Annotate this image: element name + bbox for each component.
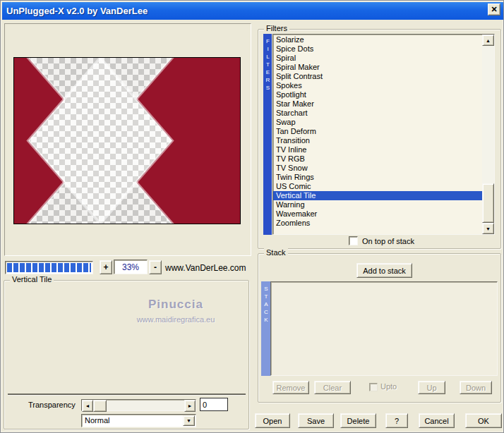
combobox-dropdown-button[interactable]: ▼ — [183, 415, 195, 426]
arrow-down-icon: ▼ — [486, 226, 491, 231]
remove-button[interactable]: Remove — [272, 381, 309, 394]
plugin-dialog-window: UnPlugged-X v2.0 by VanDerLee ✕ — [0, 0, 504, 433]
stack-group-label: Stack — [264, 248, 288, 257]
filters-scrollbar[interactable]: ▲ ▼ — [482, 35, 494, 234]
filter-list-item[interactable]: Transition — [273, 136, 482, 145]
close-button[interactable]: ✕ — [488, 4, 500, 16]
divider-line — [8, 394, 246, 395]
parameters-group: Vertical Tile Pinuccia www.maidiregrafic… — [4, 280, 249, 429]
filter-list-item[interactable]: Split Contrast — [273, 72, 482, 81]
arrow-up-icon: ▲ — [486, 38, 491, 43]
filter-list-item[interactable]: Twin Rings — [273, 173, 482, 182]
filter-list-item[interactable]: TV Snow — [273, 164, 482, 173]
minus-icon: - — [154, 262, 157, 272]
stack-sidebar-label: STACK — [262, 286, 270, 324]
down-label: Down — [466, 384, 486, 392]
ok-button[interactable]: OK — [465, 413, 502, 428]
stack-listbox[interactable] — [270, 281, 498, 376]
vendor-website-text: www.VanDerLee.com — [165, 263, 246, 273]
slider-left-arrow-button[interactable]: ◄ — [82, 400, 93, 412]
filter-list-item[interactable]: Tan Deform — [273, 127, 482, 136]
filter-list-item[interactable]: TV RGB — [273, 154, 482, 164]
open-label: Open — [263, 417, 282, 425]
vertical-tile-preview-graphic — [14, 58, 240, 224]
scrollbar-thumb[interactable] — [482, 183, 494, 223]
preview-panel — [4, 23, 251, 256]
stack-group: Stack Add to stack STACK Remove Clear Up… — [258, 253, 501, 403]
filter-list-item[interactable]: Zoomlens — [273, 219, 482, 228]
zoom-level-display: 33% — [114, 260, 148, 274]
window-title: UnPlugged-X v2.0 by VanDerLee — [2, 6, 148, 16]
chevron-down-icon: ▼ — [186, 418, 191, 423]
scroll-down-button[interactable]: ▼ — [482, 223, 494, 234]
preview-progress-bar — [5, 261, 93, 274]
up-button[interactable]: Up — [418, 381, 445, 394]
upto-label: Upto — [380, 382, 397, 391]
progress-fill — [7, 263, 91, 272]
filter-list-item[interactable]: Spokes — [273, 81, 482, 90]
preview-image[interactable] — [13, 57, 241, 224]
upto-checkbox[interactable] — [369, 383, 378, 391]
filters-listbox: SolarizeSpice DotsSpiralSpiral MakerSpli… — [272, 34, 495, 235]
plus-icon: + — [103, 262, 108, 272]
cancel-button[interactable]: Cancel — [419, 413, 455, 428]
open-button[interactable]: Open — [255, 413, 290, 428]
filter-list-item[interactable]: Vertical Tile — [273, 191, 482, 200]
up-label: Up — [426, 384, 436, 392]
save-button[interactable]: Save — [298, 413, 334, 428]
filter-list-item[interactable]: Spiral — [273, 54, 482, 63]
watermark-url: www.maidiregrafica.eu — [109, 315, 243, 324]
filters-list: SolarizeSpice DotsSpiralSpiral MakerSpli… — [273, 35, 482, 234]
cancel-label: Cancel — [424, 417, 448, 425]
transparency-slider[interactable]: ◄ ► — [81, 399, 196, 411]
help-label: ? — [395, 417, 399, 425]
filter-list-item[interactable]: Star Maker — [273, 99, 482, 109]
slider-thumb[interactable] — [93, 400, 107, 412]
filters-group: Filters FILTERS SolarizeSpice DotsSpiral… — [258, 29, 501, 249]
blend-mode-combobox[interactable]: Normal ▼ — [81, 414, 196, 427]
transparency-label: Transparency — [28, 401, 76, 409]
remove-label: Remove — [277, 384, 306, 392]
delete-label: Delete — [347, 417, 370, 425]
zoom-in-button[interactable]: + — [100, 260, 112, 274]
arrow-left-icon: ◄ — [85, 403, 90, 408]
clear-button[interactable]: Clear — [314, 381, 351, 394]
delete-button[interactable]: Delete — [340, 413, 376, 428]
filter-list-item[interactable]: Wavemaker — [273, 209, 482, 219]
close-icon: ✕ — [491, 6, 497, 13]
add-to-stack-button[interactable]: Add to stack — [356, 263, 412, 278]
blend-mode-value: Normal — [85, 416, 109, 425]
ok-label: OK — [478, 417, 489, 425]
on-top-of-stack-checkbox[interactable] — [349, 236, 358, 245]
parameters-group-label: Vertical Tile — [10, 275, 54, 284]
stack-sidebar: STACK — [261, 281, 270, 376]
save-label: Save — [307, 417, 325, 425]
on-top-of-stack-label: On top of stack — [362, 237, 414, 245]
filter-list-item[interactable]: Spice Dots — [273, 44, 482, 54]
clear-label: Clear — [323, 384, 342, 392]
filter-list-item[interactable]: Spiral Maker — [273, 63, 482, 72]
add-to-stack-label: Add to stack — [363, 267, 406, 275]
filter-list-item[interactable]: US Comic — [273, 182, 482, 191]
scroll-up-button[interactable]: ▲ — [482, 35, 494, 46]
zoom-out-button[interactable]: - — [149, 260, 162, 274]
filter-list-item[interactable]: TV Inline — [273, 145, 482, 154]
slider-right-arrow-button[interactable]: ► — [184, 400, 196, 412]
filter-list-item[interactable]: Spotlight — [273, 90, 482, 99]
filters-group-label: Filters — [264, 24, 289, 33]
filters-sidebar-label: FILTERS — [263, 38, 272, 92]
filter-list-item[interactable]: Starchart — [273, 109, 482, 118]
help-button[interactable]: ? — [385, 413, 408, 428]
title-bar[interactable]: UnPlugged-X v2.0 by VanDerLee — [2, 2, 503, 20]
filter-list-item[interactable]: Warning — [273, 200, 482, 209]
filter-list-item[interactable]: Solarize — [273, 35, 482, 44]
down-button[interactable]: Down — [460, 381, 492, 394]
arrow-right-icon: ► — [188, 403, 193, 408]
watermark-title: Pinuccia — [123, 298, 229, 312]
transparency-value-input[interactable] — [200, 398, 228, 411]
filter-list-item[interactable]: Swap — [273, 118, 482, 127]
filters-sidebar: FILTERS — [263, 34, 272, 235]
